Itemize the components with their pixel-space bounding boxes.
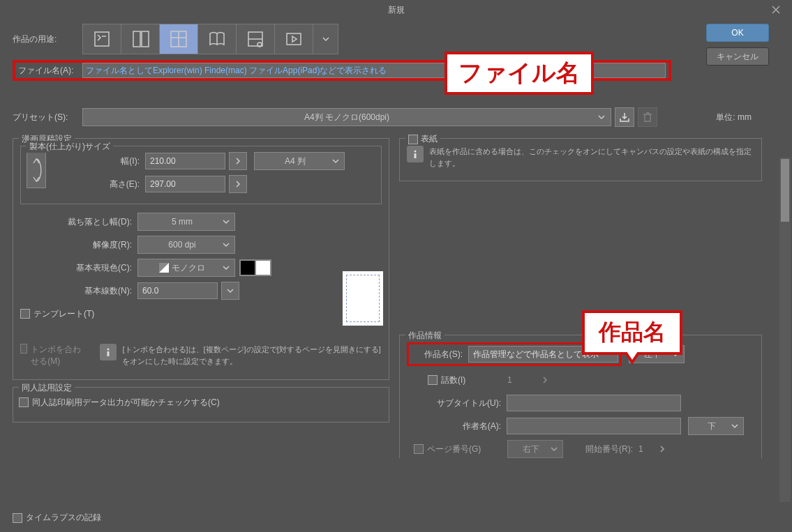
color-value: モノクロ xyxy=(172,262,205,274)
info-icon xyxy=(407,146,424,162)
width-spin[interactable] xyxy=(229,152,247,170)
unit-label: 単位: mm xyxy=(716,112,752,123)
callout-filename: ファイル名 xyxy=(444,52,594,95)
binding-size: 製本(仕上がり)サイズ 幅(I): A4 判 xyxy=(20,146,382,204)
orientation-toggle[interactable] xyxy=(27,152,46,188)
purpose-more[interactable] xyxy=(313,24,338,54)
chevron-down-icon xyxy=(223,264,230,271)
rotate-icon xyxy=(30,156,43,184)
cancel-button[interactable]: キャンセル xyxy=(706,47,769,66)
subtitle-label: サブタイトル(U): xyxy=(407,397,501,409)
comic-icon xyxy=(169,29,188,49)
svg-rect-9 xyxy=(107,351,110,356)
paper-select[interactable]: A4 判 xyxy=(254,152,345,170)
crop-checkbox xyxy=(20,344,27,354)
chevron-down-icon xyxy=(332,158,339,165)
doujin-checkbox[interactable] xyxy=(19,397,29,407)
binding-legend: 製本(仕上がり)サイズ xyxy=(27,141,113,153)
purpose-illustration[interactable] xyxy=(83,24,121,54)
episode-label: 話数(I) xyxy=(441,374,507,386)
timelapse-checkbox[interactable] xyxy=(13,513,22,523)
preset-label: プリセット(S): xyxy=(13,112,82,123)
work-name-label: 作品名(S): xyxy=(410,349,463,360)
height-label: 高さ(E): xyxy=(56,178,140,190)
info-icon xyxy=(100,344,117,360)
page-pos-value: 右下 xyxy=(523,443,539,455)
chevron-right-icon xyxy=(659,445,665,453)
color-label: 基本表現色(C): xyxy=(20,262,132,274)
page-label: ページ番号(G) xyxy=(427,443,507,455)
svg-rect-11 xyxy=(414,153,417,158)
chevron-down-icon xyxy=(227,287,234,294)
startnum-label: 開始番号(R): xyxy=(570,443,633,455)
crop-info: [トンボを合わせる]は、[複数ページ]の設定で[対するページを見開きにする]をオ… xyxy=(122,344,382,367)
subtitle-input[interactable] xyxy=(507,395,681,411)
svg-point-8 xyxy=(107,349,110,351)
purpose-comic[interactable] xyxy=(160,24,198,54)
dpi-select[interactable]: 600 dpi xyxy=(137,236,235,254)
book-icon xyxy=(207,29,227,49)
chevron-right-icon xyxy=(542,376,548,384)
svg-rect-1 xyxy=(133,31,140,47)
purpose-webtoon[interactable] xyxy=(121,24,160,54)
animation-icon xyxy=(284,29,304,49)
scrollbar[interactable] xyxy=(779,158,791,502)
cover-checkbox[interactable] xyxy=(408,135,418,144)
ok-button[interactable]: OK xyxy=(706,24,769,42)
height-spin[interactable] xyxy=(229,175,247,193)
scrollbar-thumb[interactable] xyxy=(781,159,789,222)
dpi-value: 600 dpi xyxy=(168,240,195,250)
purpose-book[interactable] xyxy=(198,24,237,54)
preset-save-button[interactable] xyxy=(615,107,634,127)
lines-spin[interactable] xyxy=(221,282,239,300)
color-select[interactable]: モノクロ xyxy=(137,259,235,277)
author-pos-select[interactable]: 下 xyxy=(688,417,744,435)
work-info: 作品情報 作品名(S): 左下 話数(I) 1 サブタイトル(U): xyxy=(399,335,762,458)
width-input[interactable] xyxy=(145,153,225,169)
bleed-label: 裁ち落とし幅(D): xyxy=(20,216,132,228)
preset-value: A4判 モノクロ(600dpi) xyxy=(304,112,389,123)
timelapse-label: タイムラプスの記録 xyxy=(26,512,101,524)
chevron-right-icon xyxy=(235,180,241,188)
svg-rect-2 xyxy=(142,31,149,47)
chevron-right-icon xyxy=(235,157,241,165)
lines-label: 基本線数(N): xyxy=(20,285,132,297)
crop-label: トンボを合わせる(M) xyxy=(31,344,86,367)
preset-delete-button[interactable] xyxy=(638,107,657,127)
svg-rect-0 xyxy=(95,32,109,46)
template-checkbox[interactable] xyxy=(20,309,30,319)
purpose-animation[interactable] xyxy=(275,24,313,54)
paper-value: A4 判 xyxy=(285,155,306,167)
purpose-label: 作品の用途: xyxy=(13,33,82,45)
author-label: 作者名(A): xyxy=(407,420,501,432)
doujin-legend: 同人誌用設定 xyxy=(19,382,75,394)
page-checkbox[interactable] xyxy=(414,444,424,454)
filename-label: ファイル名(A): xyxy=(18,65,82,77)
bleed-select[interactable]: 5 mm xyxy=(137,213,235,231)
author-pos-value: 下 xyxy=(708,420,716,432)
preset-select[interactable]: A4判 モノクロ(600dpi) xyxy=(82,108,611,126)
callout-workname: 作品名 xyxy=(582,310,682,355)
author-input[interactable] xyxy=(507,418,681,434)
doujin-label: 同人誌印刷用データ出力が可能かチェックする(C) xyxy=(32,397,220,409)
page-preview xyxy=(342,271,384,326)
width-label: 幅(I): xyxy=(56,155,140,167)
filename-row: ファイル名(A): ファイル名 xyxy=(13,60,671,81)
chevron-down-icon xyxy=(223,241,230,248)
lines-input[interactable] xyxy=(137,282,218,299)
svg-point-10 xyxy=(414,151,417,153)
manga-settings: 漫画原稿設定 製本(仕上がり)サイズ 幅(I): xyxy=(13,138,389,380)
purpose-printing[interactable] xyxy=(237,24,275,54)
color-swatches[interactable] xyxy=(239,259,271,276)
chevron-down-icon xyxy=(551,446,558,453)
template-label: テンプレート(T) xyxy=(33,308,94,320)
page-pos-select[interactable]: 右下 xyxy=(507,440,563,458)
height-input[interactable] xyxy=(145,176,225,192)
episode-checkbox[interactable] xyxy=(428,375,438,385)
trash-icon xyxy=(643,112,652,123)
save-preset-icon xyxy=(619,112,630,123)
work-legend: 作品情報 xyxy=(405,330,444,342)
chevron-down-icon xyxy=(598,114,605,121)
illustration-icon xyxy=(92,29,112,49)
close-button[interactable] xyxy=(760,0,792,20)
